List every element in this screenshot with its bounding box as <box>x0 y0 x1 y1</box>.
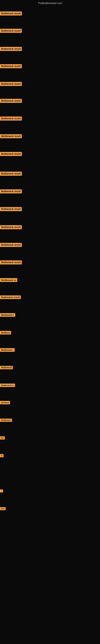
bottleneck-result-label-6: Bottleneck result <box>0 99 22 103</box>
bottleneck-result-label-21: Bottleneck <box>0 366 13 369</box>
bottleneck-result-label-7: Bottleneck result <box>0 116 22 120</box>
bottleneck-result-label-11: Bottleneck result <box>0 190 22 194</box>
bottleneck-result-label-22: Bottleneck re <box>0 384 15 387</box>
bottleneck-result-label-20: Bottleneck r <box>0 348 15 352</box>
bottleneck-result-label-3: Bottleneck result <box>0 47 22 51</box>
bottleneck-result-label-14: Bottleneck result <box>0 243 22 247</box>
bottleneck-result-label-26: B <box>0 454 3 457</box>
bottleneck-result-label-25: Bo <box>0 436 5 440</box>
bottleneck-result-label-19: Bottlene <box>0 331 11 334</box>
bottleneck-result-label-15: Bottleneck result <box>0 260 22 264</box>
bottleneck-result-label-4: Bottleneck result <box>0 64 22 68</box>
bottleneck-result-label-23: Bottlene <box>0 401 10 404</box>
bottleneck-result-label-8: Bottleneck result <box>0 134 22 138</box>
bottleneck-result-label-12: Bottleneck result <box>0 207 22 211</box>
bottleneck-result-label-10: Bottleneck result <box>0 172 22 176</box>
bottleneck-result-label-9: Bottleneck result <box>0 152 22 156</box>
bottleneck-result-label-29: Bott <box>0 507 6 510</box>
bottleneck-result-label-28: : <box>0 490 3 492</box>
bottleneck-result-label-17: Bottleneck result <box>0 296 21 299</box>
bottleneck-result-label-16: Bottleneck re <box>0 278 17 282</box>
bottleneck-result-label-18: Bottleneck r <box>0 313 15 317</box>
bottleneck-result-label-24: Bottleneck <box>0 418 12 422</box>
bottleneck-result-label-2: Bottleneck result <box>0 29 22 33</box>
bottleneck-result-label-13: Bottleneck result <box>0 225 22 229</box>
bottleneck-result-label-5: Bottleneck result <box>0 82 22 86</box>
bottleneck-result-label-1: Bottleneck result <box>0 12 22 16</box>
